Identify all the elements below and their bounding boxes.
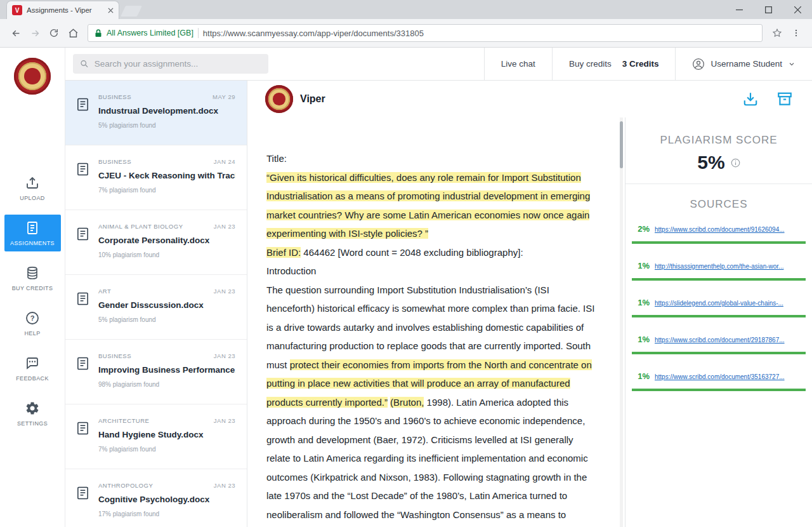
minimize-button[interactable]	[724, 0, 754, 19]
star-icon	[772, 28, 782, 38]
close-icon	[108, 8, 114, 13]
source-link[interactable]: https://www.scribd.com/document/35163727…	[655, 373, 804, 380]
download-icon	[742, 91, 759, 107]
bookmark-star-button[interactable]	[768, 23, 787, 43]
info-icon[interactable]	[731, 158, 740, 168]
feedback-bubble-icon	[25, 356, 40, 371]
assignment-list-item[interactable]: ART JAN 23 Gender Disscussion.docx 5% pl…	[65, 275, 247, 340]
assignment-plagiarism-meta: 17% plagiarism found	[98, 510, 235, 517]
new-tab-button[interactable]	[121, 6, 142, 17]
close-icon	[794, 6, 801, 13]
assignment-date: JAN 23	[214, 288, 235, 295]
highlighted-text: Brief ID:	[266, 247, 301, 258]
assignment-list-item[interactable]: BUSINESS JAN 24 CJEU - Keck Reasoning wi…	[65, 145, 247, 210]
forward-arrow-icon	[30, 28, 41, 39]
sidebar-item-assignments[interactable]: ASSIGNMENTS	[4, 215, 61, 251]
credits-count: 3 Credits	[622, 59, 659, 69]
omnibox-separator	[198, 28, 199, 38]
forward-button[interactable]	[25, 23, 44, 43]
source-row: 2% https://www.scribd.com/document/91626…	[632, 224, 806, 244]
assignment-category: BUSINESS	[98, 158, 131, 165]
sidebar-item-label: ASSIGNMENTS	[10, 240, 55, 246]
app-logo[interactable]	[14, 58, 51, 95]
viper-seal-icon	[14, 58, 51, 95]
credits-stack-icon	[25, 265, 40, 281]
search-box[interactable]	[73, 54, 268, 74]
search-input[interactable]	[95, 59, 261, 69]
source-link[interactable]: http://thisassignmenthelp.com/the-asian-…	[655, 263, 804, 270]
assignment-date: JAN 23	[214, 417, 235, 424]
user-menu[interactable]: Username Student	[675, 48, 812, 80]
sidebar-item-label: SETTINGS	[17, 420, 48, 427]
assignment-date: JAN 23	[214, 482, 235, 489]
document-header: Viper	[247, 81, 812, 117]
source-percent: 1%	[633, 335, 650, 344]
sidebar-item-upload[interactable]: UPLOAD	[4, 170, 61, 206]
source-row: 1% https://slidelegend.com/global-value-…	[632, 298, 806, 317]
archive-button[interactable]	[776, 91, 793, 107]
plagiarism-panel: PLAGIARISM SCORE 5% SOURCES	[625, 117, 812, 527]
vertical-dots-icon	[792, 29, 801, 37]
assignment-list-item[interactable]: BUSINESS JAN 23 Improving Business Perfo…	[65, 340, 247, 404]
site-identity: All Answers Limited [GB]	[107, 29, 193, 37]
assignment-category: ARCHITECTURE	[98, 417, 149, 424]
back-button[interactable]	[6, 23, 25, 43]
source-match-bar	[632, 278, 806, 281]
tab-close-button[interactable]	[108, 8, 114, 13]
omnibox[interactable]: All Answers Limited [GB] https://www.sca…	[88, 24, 763, 42]
plagiarism-score-heading: PLAGIARISM SCORE	[625, 134, 812, 147]
source-percent: 1%	[633, 261, 650, 270]
source-match-bar	[632, 352, 806, 354]
assignment-category: BUSINESS	[98, 352, 131, 359]
buy-credits-button[interactable]: Buy credits	[569, 59, 612, 69]
document-icon	[75, 421, 90, 438]
document-view: Title:“Given its historical difficulties…	[247, 117, 625, 527]
tab-title: Assignments - Viper	[27, 6, 103, 14]
sidebar-item-label: HELP	[24, 330, 40, 337]
browser-menu-button[interactable]	[787, 23, 806, 43]
source-link[interactable]: https://www.scribd.com/document/29187867…	[655, 337, 804, 344]
browser-titlebar: V Assignments - Viper	[0, 0, 812, 19]
document-icon	[75, 291, 90, 309]
assignment-category: ANIMAL & PLANT BIOLOGY	[98, 223, 183, 230]
sidebar-item-label: BUY CREDITS	[12, 285, 53, 291]
maximize-button[interactable]	[754, 0, 783, 19]
assignment-plagiarism-meta: 5% plagiarism found	[98, 316, 235, 323]
assignment-list-item[interactable]: ANIMAL & PLANT BIOLOGY JAN 23 Corporate …	[65, 210, 247, 275]
source-row: 1% http://thisassignmenthelp.com/the-asi…	[632, 261, 806, 281]
refresh-icon	[49, 28, 59, 38]
assignment-list-item[interactable]: BUSINESS MAY 29 Industrual Development.d…	[65, 81, 247, 145]
assignment-title: Cognitive Psychology.docx	[98, 495, 235, 504]
archive-box-icon	[776, 91, 793, 107]
live-chat-button[interactable]: Live chat	[484, 48, 552, 80]
window-controls	[724, 0, 812, 19]
source-link[interactable]: https://slidelegend.com/global-value-cha…	[655, 300, 804, 307]
assignment-category: BUSINESS	[98, 93, 131, 100]
source-row: 1% https://www.scribd.com/document/35163…	[632, 371, 806, 391]
panel-divider	[625, 183, 812, 184]
download-report-button[interactable]	[742, 91, 759, 107]
sidebar-item-help[interactable]: ? HELP	[4, 305, 61, 342]
main-column: Live chat Buy credits 3 Credits Username…	[65, 48, 812, 527]
document-icon	[75, 227, 90, 244]
source-link[interactable]: https://www.scribd.com/document/91626094…	[655, 226, 804, 233]
plagiarism-score-value: 5%	[697, 152, 724, 173]
assignment-list-item[interactable]: ARCHITECTURE JAN 23 Hand Hygiene Study.d…	[65, 404, 247, 469]
assignment-date: JAN 24	[214, 158, 235, 165]
sidebar-item-feedback[interactable]: FEEDBACK	[4, 350, 61, 387]
home-button[interactable]	[63, 23, 82, 43]
document-scrollbar-thumb[interactable]	[620, 121, 623, 168]
browser-tab[interactable]: V Assignments - Viper	[6, 1, 119, 19]
sidebar-item-buy-credits[interactable]: BUY CREDITS	[4, 260, 61, 297]
document-paragraph: The question surrounding Import Substitu…	[266, 281, 598, 527]
assignment-category: ART	[98, 288, 111, 295]
source-match-bar	[632, 389, 806, 391]
svg-text:?: ?	[30, 314, 35, 322]
document-icon	[75, 97, 90, 114]
sidebar-item-settings[interactable]: SETTINGS	[4, 395, 61, 432]
refresh-button[interactable]	[44, 23, 63, 43]
source-row: 1% https://www.scribd.com/document/29187…	[632, 335, 806, 354]
sidebar-item-label: FEEDBACK	[16, 375, 49, 382]
close-window-button[interactable]	[783, 0, 812, 19]
assignment-list-item[interactable]: ANTHROPOLOGY JAN 23 Cognitive Psychology…	[65, 469, 247, 527]
